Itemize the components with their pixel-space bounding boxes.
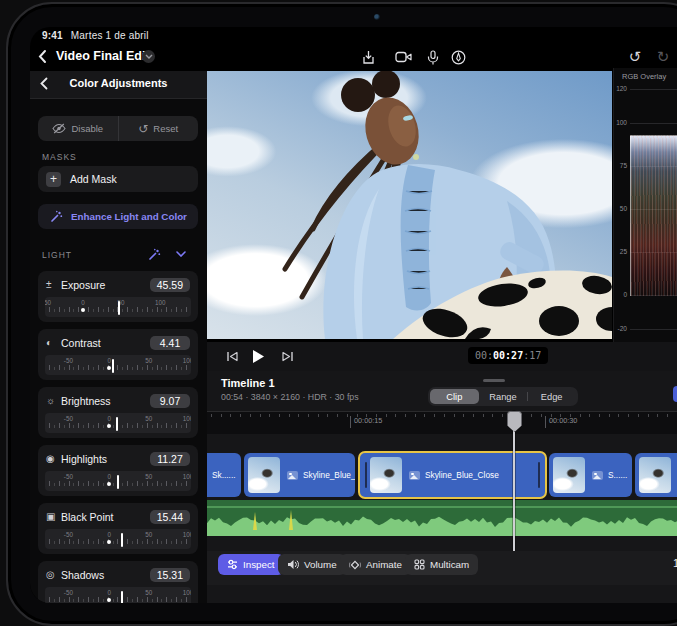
clip-skyline-blue-close-selected[interactable]: Skyline_Blue_Close bbox=[358, 451, 547, 499]
grid-icon bbox=[414, 559, 425, 570]
rgb-overlay-scope: RGB Overlay 1201007550250-20 bbox=[613, 68, 677, 346]
exposure-value[interactable]: 45.59 bbox=[150, 278, 190, 292]
exposure-slider[interactable]: -50050100 bbox=[45, 297, 191, 317]
volume-button[interactable]: Volume bbox=[278, 554, 346, 575]
light-collapse-icon[interactable] bbox=[176, 251, 186, 257]
masks-section-label: MASKS bbox=[42, 152, 77, 162]
ruler-label: 00:00:15 bbox=[350, 416, 382, 428]
clip-s-truncated[interactable]: S...... bbox=[549, 453, 632, 497]
black-point-value[interactable]: 15.44 bbox=[150, 510, 190, 524]
reset-button[interactable]: ↺ Reset bbox=[118, 116, 199, 141]
slider-contrast: ◐Contrast4.41 -50050100 bbox=[38, 329, 198, 380]
slider-black-point: ▣Black Point15.44 -50050100 bbox=[38, 503, 198, 554]
pencil-icon[interactable] bbox=[448, 48, 468, 66]
project-title[interactable]: Video Final Edit bbox=[56, 49, 150, 63]
disable-label: Disable bbox=[71, 123, 103, 134]
brightness-slider[interactable]: -50050100 bbox=[45, 413, 191, 433]
multicam-button[interactable]: Multicam bbox=[405, 554, 478, 575]
playhead-line bbox=[513, 411, 515, 555]
clip-partial-left[interactable]: Sk...... bbox=[207, 453, 241, 497]
front-camera bbox=[374, 14, 380, 20]
clip-thumbnail bbox=[639, 457, 671, 493]
animate-button[interactable]: Animate bbox=[340, 554, 411, 575]
clip-skyline-blue-wide[interactable]: Skyline_Blue_Wide bbox=[244, 453, 355, 497]
contrast-slider[interactable]: -50050100 bbox=[45, 355, 191, 375]
add-mask-label: Add Mask bbox=[70, 173, 117, 185]
slider-label: Exposure bbox=[61, 279, 105, 291]
inspect-icon bbox=[227, 559, 238, 570]
redo-icon[interactable]: ↻ bbox=[653, 48, 673, 66]
timeline-section: Timeline 1 00:54 · 3840 × 2160 · HDR · 3… bbox=[207, 371, 677, 603]
clip-partial-right[interactable] bbox=[635, 453, 677, 497]
shadows-slider[interactable]: -50050100 bbox=[45, 587, 191, 603]
ipad-device: 9:41Martes 1 de abril Video Final Edit bbox=[6, 2, 677, 626]
light-label: LIGHT bbox=[42, 250, 72, 260]
light-section-header: LIGHT bbox=[30, 247, 207, 263]
back-icon[interactable] bbox=[38, 49, 47, 64]
edit-mode-segmented: Clip Range Edge bbox=[428, 387, 578, 406]
screen: 9:41Martes 1 de abril Video Final Edit bbox=[30, 27, 677, 603]
shadows-icon: ◎ bbox=[46, 569, 61, 580]
add-mask-button[interactable]: + Add Mask bbox=[38, 166, 198, 192]
slider-exposure: ±Exposure45.59 -50050100 bbox=[38, 271, 198, 322]
camera-icon[interactable] bbox=[393, 48, 413, 66]
photo-icon bbox=[592, 471, 603, 480]
highlights-slider[interactable]: -50050100 bbox=[45, 471, 191, 491]
exposure-icon: ± bbox=[46, 279, 61, 290]
mode-edge[interactable]: Edge bbox=[527, 389, 576, 404]
clip-thumbnail bbox=[248, 457, 280, 493]
play-button[interactable] bbox=[247, 347, 269, 365]
video-preview[interactable] bbox=[207, 68, 612, 342]
highlights-value[interactable]: 11.27 bbox=[150, 452, 190, 466]
mode-clip[interactable]: Clip bbox=[430, 389, 479, 404]
enhance-label: Enhance Light and Color bbox=[71, 211, 187, 222]
mode-range[interactable]: Range bbox=[479, 389, 528, 404]
magic-wand-icon bbox=[50, 210, 63, 223]
black-point-icon: ▣ bbox=[46, 511, 61, 522]
undo-icon[interactable]: ↺ bbox=[625, 48, 645, 66]
clipped-right-button[interactable]: C bbox=[673, 386, 677, 402]
timeline-ruler[interactable]: 00:00:15 00:00:30 bbox=[207, 411, 677, 434]
brightness-value[interactable]: 9.07 bbox=[150, 394, 190, 408]
light-wand-icon[interactable] bbox=[148, 248, 161, 261]
slider-label: Highlights bbox=[61, 453, 107, 465]
title-dropdown[interactable] bbox=[142, 50, 155, 63]
contrast-icon: ◐ bbox=[46, 337, 61, 348]
photo-icon bbox=[287, 471, 298, 480]
black-point-slider[interactable]: -50050100 bbox=[45, 529, 191, 549]
transport-bar: 00:00:27:17 bbox=[207, 342, 677, 372]
clipped-right-text: 1 bbox=[673, 557, 677, 569]
skip-forward-icon[interactable] bbox=[277, 347, 299, 365]
brightness-icon: ☼ bbox=[46, 395, 61, 406]
clip-thumbnail bbox=[370, 457, 402, 493]
enhance-button[interactable]: Enhance Light and Color bbox=[38, 204, 198, 229]
scope-waveform bbox=[630, 135, 677, 296]
clip-track: Sk...... Skyline_Blue_Wide Skyline_Blue_… bbox=[207, 453, 677, 497]
eye-slash-icon bbox=[52, 123, 66, 134]
status-bar: 9:41Martes 1 de abril bbox=[42, 30, 149, 41]
keyframe-icon bbox=[349, 559, 361, 571]
panel-header: Color Adjustments bbox=[30, 71, 207, 99]
inspect-button[interactable]: Inspect bbox=[218, 554, 284, 575]
contrast-value[interactable]: 4.41 bbox=[150, 336, 190, 350]
audio-track[interactable] bbox=[207, 500, 677, 536]
clip-thumbnail bbox=[553, 457, 585, 493]
timecode[interactable]: 00:00:27:17 bbox=[468, 347, 548, 364]
panel-title: Color Adjustments bbox=[30, 77, 207, 89]
highlights-icon: ◉ bbox=[46, 453, 61, 464]
app-header: Video Final Edit ↺ ↻ bbox=[30, 43, 677, 71]
slider-label: Contrast bbox=[61, 337, 101, 349]
microphone-icon[interactable] bbox=[423, 48, 443, 66]
slider-label: Shadows bbox=[61, 569, 104, 581]
skip-back-icon[interactable] bbox=[221, 347, 243, 365]
timeline-name: Timeline 1 bbox=[221, 377, 275, 389]
reset-label: Reset bbox=[153, 123, 178, 134]
disable-button[interactable]: Disable bbox=[38, 116, 118, 141]
slider-shadows: ◎Shadows15.31 -50050100 bbox=[38, 561, 198, 603]
import-icon[interactable] bbox=[358, 48, 378, 66]
slider-label: Black Point bbox=[61, 511, 114, 523]
panel-drag-handle[interactable] bbox=[483, 379, 505, 382]
photo-icon bbox=[409, 471, 420, 480]
slider-label: Brightness bbox=[61, 395, 111, 407]
shadows-value[interactable]: 15.31 bbox=[150, 568, 190, 582]
